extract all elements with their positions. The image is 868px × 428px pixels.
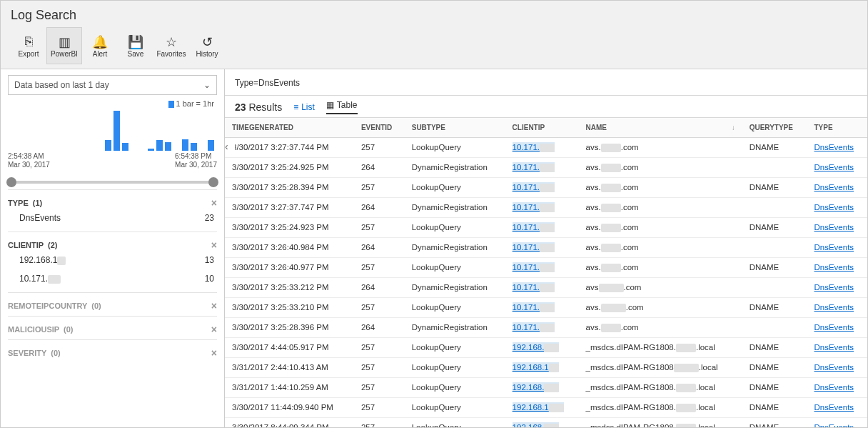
close-icon[interactable]: × [211,239,217,251]
histogram-bar[interactable] [165,142,171,151]
clientip-link[interactable]: 192.168. [513,382,560,392]
facet-header[interactable]: CLIENTIP (2)× [8,239,217,251]
powerbi-button[interactable]: ▥PowerBI [46,27,82,64]
chevron-down-icon: ⌄ [203,80,211,90]
col-name[interactable]: NAME↓ [579,118,742,138]
type-link[interactable]: DnsEvents [814,243,854,252]
cell-querytype: DNAME [742,417,807,428]
clientip-link[interactable]: 10.171. [513,322,555,332]
type-link[interactable]: DnsEvents [814,303,854,312]
histogram-bar[interactable] [122,143,128,151]
table-row[interactable]: 3/30/2017 3:25:33.210 PM257LookupQuery10… [225,297,867,317]
col-querytype[interactable]: QUERYTYPE [742,118,807,138]
table-row[interactable]: 3/30/2017 3:25:24.925 PM264DynamicRegist… [225,157,867,177]
type-link[interactable]: DnsEvents [814,183,854,191]
table-row[interactable]: 3/30/2017 4:44:05.917 PM257LookupQuery19… [225,337,867,357]
histogram-bar[interactable] [148,149,154,151]
col-timegenerated[interactable]: TIMEGENERATED [225,118,354,138]
col-subtype[interactable]: SUBTYPE [405,118,505,138]
cell-subtype: LookupQuery [405,397,505,417]
histogram-bar[interactable] [105,140,111,151]
save-button[interactable]: 💾Save [118,27,153,64]
history-button[interactable]: ↺History [189,27,225,64]
clientip-link[interactable]: 10.171. [513,262,555,272]
bell-icon: 🔔 [92,34,108,50]
table-row[interactable]: 3/31/2017 1:44:10.259 AM257LookupQuery19… [225,377,867,397]
histogram-bar[interactable] [182,139,188,151]
table-row[interactable]: 3/30/2017 3:25:33.212 PM264DynamicRegist… [225,277,867,297]
cell-clientip: 10.171. [505,237,579,257]
facet-header[interactable]: MALICIOUSIP (0)× [8,324,217,335]
type-link[interactable]: DnsEvents [814,283,854,292]
close-icon[interactable]: × [211,300,217,312]
slider-handle-end[interactable] [208,177,218,187]
view-list-button[interactable]: ≡List [293,102,315,112]
facet-item[interactable]: DnsEvents23 [8,209,217,227]
clientip-link[interactable]: 10.171. [513,142,555,152]
time-range-select[interactable]: Data based on last 1 day ⌄ [8,75,217,95]
type-link[interactable]: DnsEvents [814,383,854,392]
close-icon[interactable]: × [211,324,217,335]
table-row[interactable]: 3/31/2017 2:44:10.413 AM257LookupQuery19… [225,357,867,377]
clientip-link[interactable]: 192.168.1 [513,362,559,372]
facet-header[interactable]: TYPE (1)× [8,197,217,209]
facet-header[interactable]: REMOTEIPCOUNTRY (0)× [8,300,217,312]
alert-button[interactable]: 🔔Alert [82,27,118,64]
cell-time: 3/30/2017 11:44:09.940 PM [225,397,354,417]
query-bar[interactable]: Type=DnsEvents [225,69,867,96]
results-table-wrap[interactable]: TIMEGENERATEDEVENTIDSUBTYPECLIENTIPNAME↓… [225,118,867,428]
histogram-bar[interactable] [113,111,120,151]
clientip-link[interactable]: 192.168. [513,422,560,428]
favorites-button[interactable]: ☆Favorites [153,27,189,64]
view-table-button[interactable]: ▦Table [326,100,358,114]
facet-item[interactable]: 10.171. 10 [8,269,217,288]
table-row[interactable]: 3/30/2017 3:25:24.923 PM257LookupQuery10… [225,217,867,237]
type-link[interactable]: DnsEvents [814,163,854,171]
close-icon[interactable]: × [211,197,217,209]
type-link[interactable]: DnsEvents [814,343,854,352]
clientip-link[interactable]: 10.171. [513,202,555,212]
type-link[interactable]: DnsEvents [814,423,854,428]
histogram-bar[interactable] [156,140,163,151]
sidebar-collapse-arrow[interactable]: ‹ [225,141,235,155]
type-link[interactable]: DnsEvents [814,323,854,332]
type-link[interactable]: DnsEvents [814,403,854,412]
clientip-link[interactable]: 192.168. [513,342,560,352]
table-icon: ▦ [326,100,334,110]
col-type[interactable]: TYPE [807,118,867,138]
clientip-link[interactable]: 10.171. [513,222,555,232]
table-row[interactable]: 3/30/2017 3:27:37.747 PM264DynamicRegist… [225,197,867,217]
type-link[interactable]: DnsEvents [814,203,854,211]
table-row[interactable]: 3/30/2017 3:26:40.984 PM264DynamicRegist… [225,237,867,257]
histogram-bar[interactable] [208,140,214,151]
clientip-link[interactable]: 10.171. [513,162,555,172]
table-row[interactable]: 3/30/2017 3:25:28.394 PM257LookupQuery10… [225,177,867,197]
facet-item[interactable]: 192.168.1 13 [8,251,217,269]
table-row[interactable]: 3/30/2017 3:27:37.744 PM257LookupQuery10… [225,138,867,158]
table-row[interactable]: 3/30/2017 3:25:28.396 PM264DynamicRegist… [225,317,867,337]
clientip-link[interactable]: 10.171. [513,182,555,192]
type-link[interactable]: DnsEvents [814,143,854,151]
clientip-link[interactable]: 192.168.1 [513,402,564,412]
table-row[interactable]: 3/30/2017 8:44:09.344 PM257LookupQuery19… [225,417,867,428]
cell-querytype: DNAME [742,257,807,277]
histogram-bar[interactable] [191,143,197,151]
type-link[interactable]: DnsEvents [814,363,854,372]
histogram-chart[interactable]: 2:54:38 AM Mar 30, 2017 6:54:38 PM Mar 3… [8,109,217,166]
slider-handle-start[interactable] [6,177,16,187]
time-slider[interactable] [9,181,216,184]
cell-type: DnsEvents [807,157,867,177]
export-button[interactable]: ⎘Export [11,27,46,64]
col-eventid[interactable]: EVENTID [354,118,405,138]
type-link[interactable]: DnsEvents [814,223,854,232]
close-icon[interactable]: × [211,347,217,359]
clientip-link[interactable]: 10.171. [513,302,555,312]
clientip-link[interactable]: 10.171. [513,282,555,292]
type-link[interactable]: DnsEvents [814,263,854,272]
table-row[interactable]: 3/30/2017 11:44:09.940 PM257LookupQuery1… [225,397,867,417]
col-clientip[interactable]: CLIENTIP [505,118,579,138]
clientip-link[interactable]: 10.171. [513,242,555,252]
facet-header[interactable]: SEVERITY (0)× [8,347,217,359]
powerbi-icon: ▥ [59,34,71,50]
table-row[interactable]: 3/30/2017 3:26:40.977 PM257LookupQuery10… [225,257,867,277]
